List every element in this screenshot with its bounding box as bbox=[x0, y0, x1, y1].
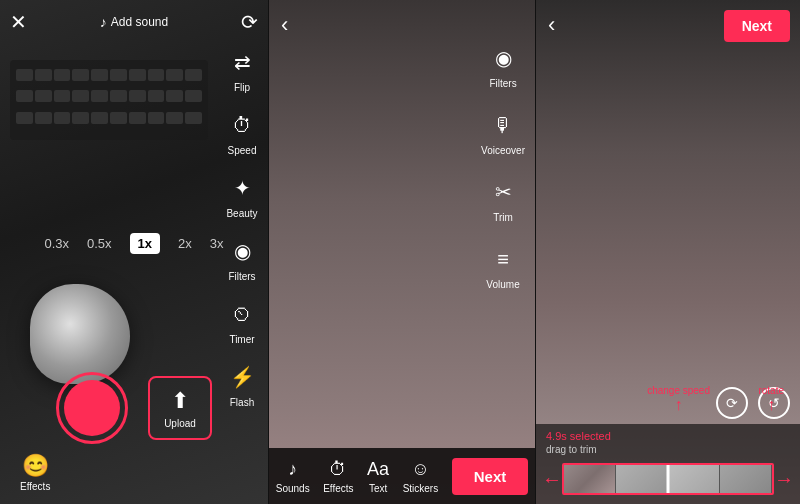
toolbar-effects-label: Effects bbox=[323, 483, 353, 494]
text-icon: Aa bbox=[367, 459, 389, 480]
edit-back-button[interactable]: ‹ bbox=[281, 12, 288, 38]
keyboard-keys bbox=[12, 65, 206, 135]
record-button[interactable] bbox=[56, 372, 128, 444]
flip-label: Flip bbox=[234, 82, 250, 93]
flip-icon: ⇄ bbox=[224, 44, 260, 80]
rotate-arrow: ↑ bbox=[758, 396, 784, 414]
edit-panel: ‹ ◉ Filters 🎙 Voiceover ✂ Trim ≡ Volume … bbox=[268, 0, 536, 504]
speed-05x[interactable]: 0.5x bbox=[87, 236, 112, 251]
speed-circle-icon: ⟳ bbox=[716, 387, 748, 419]
edit-sidebar: ◉ Filters 🎙 Voiceover ✂ Trim ≡ Volume bbox=[481, 40, 525, 290]
record-area: ⬆ Upload bbox=[0, 372, 268, 444]
edit-sidebar-trim[interactable]: ✂ Trim bbox=[481, 174, 525, 223]
rotate-annotation: rotate ↑ bbox=[758, 385, 784, 414]
close-button[interactable]: ✕ bbox=[10, 10, 27, 34]
change-speed-annotation: change speed ↑ bbox=[647, 385, 710, 414]
upload-button[interactable]: ⬆ Upload bbox=[148, 376, 212, 440]
timeline-selected: 4.9s selected bbox=[536, 424, 800, 444]
timeline-track: ← → bbox=[536, 459, 800, 499]
text-label: Text bbox=[369, 483, 387, 494]
timeline-cursor bbox=[667, 465, 670, 493]
edit-sidebar-filters[interactable]: ◉ Filters bbox=[481, 40, 525, 89]
toolbar-effects-icon: ⏱ bbox=[329, 459, 347, 480]
edit-next-button[interactable]: Next bbox=[452, 458, 529, 495]
speed-03x[interactable]: 0.3x bbox=[44, 236, 69, 251]
sidebar-item-speed[interactable]: ⏱ Speed bbox=[224, 107, 260, 156]
clip-thumb-1 bbox=[564, 465, 616, 493]
toolbar-sounds[interactable]: ♪ Sounds bbox=[276, 459, 310, 494]
rotate-text: rotate bbox=[758, 385, 784, 396]
stickers-label: Stickers bbox=[403, 483, 439, 494]
edit-toolbar: ♪ Sounds ⏱ Effects Aa Text ☺ Stickers Ne… bbox=[269, 448, 535, 504]
trim-next-button[interactable]: Next bbox=[724, 10, 790, 42]
camera-bottom-controls: ⬆ Upload 😊 Effects bbox=[0, 304, 268, 504]
toolbar-stickers[interactable]: ☺ Stickers bbox=[403, 459, 439, 494]
trim-back-button[interactable]: ‹ bbox=[548, 12, 555, 38]
edit-sidebar-voiceover[interactable]: 🎙 Voiceover bbox=[481, 107, 525, 156]
speed-1x[interactable]: 1x bbox=[130, 233, 160, 254]
change-speed-text: change speed bbox=[647, 385, 710, 396]
effects-icon: 😊 bbox=[22, 453, 49, 479]
camera-flip-icon[interactable]: ⟳ bbox=[241, 10, 258, 34]
camera-panel: ✕ ♪ Add sound ⟳ ⇄ Flip ⏱ Speed ✦ Beauty … bbox=[0, 0, 268, 504]
trim-icon: ✂ bbox=[485, 174, 521, 210]
trim-panel: ‹ Next change speed ↑ rotate ↑ ⟳ ↺ 4.9s … bbox=[536, 0, 800, 504]
camera-topbar: ✕ ♪ Add sound ⟳ bbox=[0, 0, 268, 44]
add-sound-label: Add sound bbox=[111, 15, 168, 29]
change-speed-arrow: ↑ bbox=[647, 396, 710, 414]
stickers-icon: ☺ bbox=[411, 459, 429, 480]
beauty-label: Beauty bbox=[226, 208, 257, 219]
filters-label: Filters bbox=[228, 271, 255, 282]
add-sound-button[interactable]: ♪ Add sound bbox=[100, 14, 168, 30]
sidebar-item-flip[interactable]: ⇄ Flip bbox=[224, 44, 260, 93]
speed-2x[interactable]: 2x bbox=[178, 236, 192, 251]
edit-filters-icon: ◉ bbox=[485, 40, 521, 76]
beauty-icon: ✦ bbox=[224, 170, 260, 206]
timeline-right-arrow[interactable]: → bbox=[774, 468, 794, 491]
voiceover-icon: 🎙 bbox=[485, 107, 521, 143]
edit-filters-label: Filters bbox=[489, 78, 516, 89]
sounds-label: Sounds bbox=[276, 483, 310, 494]
trim-label: Trim bbox=[493, 212, 513, 223]
upload-label: Upload bbox=[164, 418, 196, 429]
clip-thumb-3 bbox=[668, 465, 720, 493]
effects-button[interactable]: 😊 Effects bbox=[20, 453, 50, 492]
timeline-area: 4.9s selected drag to trim ← → bbox=[536, 424, 800, 504]
voiceover-label: Voiceover bbox=[481, 145, 525, 156]
clip-thumb-2 bbox=[616, 465, 668, 493]
sidebar-item-beauty[interactable]: ✦ Beauty bbox=[224, 170, 260, 219]
timeline-left-arrow[interactable]: ← bbox=[542, 468, 562, 491]
speed-3x[interactable]: 3x bbox=[210, 236, 224, 251]
timeline-clips[interactable] bbox=[562, 463, 774, 495]
toolbar-effects[interactable]: ⏱ Effects bbox=[323, 459, 353, 494]
upload-icon: ⬆ bbox=[171, 388, 189, 414]
timeline-hint: drag to trim bbox=[536, 444, 800, 459]
speed-selector: 0.3x 0.5x 1x 2x 3x bbox=[0, 233, 268, 254]
effects-label: Effects bbox=[20, 481, 50, 492]
clip-thumb-4 bbox=[720, 465, 772, 493]
toolbar-text[interactable]: Aa Text bbox=[367, 459, 389, 494]
edit-sidebar-volume[interactable]: ≡ Volume bbox=[481, 241, 525, 290]
music-icon: ♪ bbox=[100, 14, 107, 30]
volume-label: Volume bbox=[486, 279, 519, 290]
change-speed-button[interactable]: ⟳ bbox=[716, 387, 748, 419]
volume-icon: ≡ bbox=[485, 241, 521, 277]
sounds-icon: ♪ bbox=[288, 459, 297, 480]
record-inner bbox=[64, 380, 120, 436]
speed-label: Speed bbox=[228, 145, 257, 156]
speed-icon: ⏱ bbox=[224, 107, 260, 143]
